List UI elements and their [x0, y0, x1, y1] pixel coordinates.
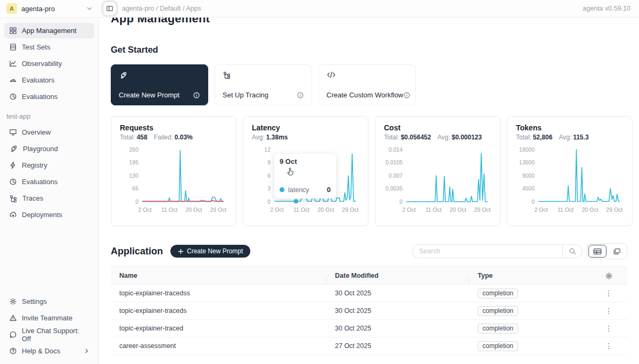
- get-started-title: Get Started: [111, 45, 627, 55]
- svg-text:0: 0: [399, 198, 403, 205]
- svg-text:29 Oct: 29 Oct: [342, 206, 358, 213]
- breadcrumb: agenta-pro / Default / Apps: [122, 5, 201, 12]
- search-input[interactable]: [412, 244, 562, 258]
- sidebar-item-overview[interactable]: Overview: [4, 125, 94, 140]
- sidebar-item-label: Playground: [23, 145, 58, 153]
- search-icon: [569, 247, 576, 255]
- requests-chart[interactable]: 0651301952602 Oct11 Oct20 Oct29 Oct: [120, 144, 227, 217]
- card-label: Create Custom Workflow: [326, 91, 403, 99]
- tokens-chart[interactable]: 04500900013500180002 Oct11 Oct20 Oct29 O…: [516, 144, 624, 217]
- svg-text:20 Oct: 20 Oct: [581, 206, 598, 213]
- column-header-date[interactable]: Date Modified: [326, 272, 469, 279]
- column-header-name[interactable]: Name: [111, 272, 326, 279]
- table-view-button[interactable]: [588, 245, 607, 258]
- workspace-avatar: A: [6, 3, 17, 14]
- app-name-cell: topic-explainer-traced: [111, 325, 326, 332]
- create-custom-workflow-card[interactable]: Create Custom Workflow: [318, 64, 416, 105]
- sidebar-item-label: Evaluations: [22, 178, 58, 186]
- view-switcher: [587, 243, 627, 259]
- requests-chart-card: Requests Total:458 Failed:0.03% 06513019…: [111, 116, 236, 226]
- tracing-tree-icon: [223, 71, 304, 79]
- top-bar: A agenta-pro agenta-pro / Default / Apps…: [0, 0, 639, 18]
- create-new-prompt-button[interactable]: Create New Prompt: [170, 245, 250, 258]
- gear-icon: [9, 297, 17, 305]
- info-icon[interactable]: [193, 92, 200, 99]
- column-header-type[interactable]: Type: [469, 272, 590, 279]
- table-row[interactable]: topic-explainer-traced 30 Oct 2025 compl…: [111, 320, 627, 337]
- svg-text:20 Oct: 20 Oct: [449, 206, 466, 213]
- svg-text:6: 6: [267, 172, 271, 179]
- svg-text:3: 3: [267, 185, 271, 192]
- observability-icon: [9, 60, 17, 68]
- sidebar-collapse-button[interactable]: [103, 2, 117, 15]
- cost-chart-card: Cost Total:$0.056452 Avg:$0.000123 00.00…: [375, 116, 501, 226]
- legend-dot: [280, 187, 284, 192]
- sidebar-item-help-docs[interactable]: Help & Docs: [4, 343, 94, 359]
- metrics-charts: Requests Total:458 Failed:0.03% 06513019…: [111, 116, 627, 226]
- sidebar-item-evaluators[interactable]: Evaluators: [4, 72, 94, 88]
- table-settings-button[interactable]: [605, 272, 613, 280]
- evaluations-icon: [9, 93, 17, 101]
- chevron-down-icon: [86, 5, 93, 12]
- cost-chart[interactable]: 00.00350.0070.01050.0142 Oct11 Oct20 Oct…: [384, 144, 491, 217]
- workspace-selector[interactable]: A agenta-pro: [0, 3, 99, 14]
- sidebar-item-live-chat-support-off[interactable]: Live Chat Support: Off: [4, 327, 94, 342]
- sidebar-item-label: Invite Teammate: [22, 314, 72, 322]
- sidebar-item-playground[interactable]: Playground: [4, 141, 94, 156]
- search-box: [412, 244, 583, 258]
- sidebar-item-app-management[interactable]: App Management: [4, 23, 94, 38]
- svg-text:2 Oct: 2 Oct: [271, 206, 284, 213]
- svg-text:11 Oct: 11 Oct: [558, 206, 574, 213]
- row-actions-button[interactable]: ⋮: [602, 305, 616, 317]
- chevron-right-icon: [84, 348, 89, 354]
- sidebar-item-evaluations[interactable]: Evaluations: [4, 89, 94, 104]
- svg-text:0: 0: [267, 198, 271, 205]
- app-name-cell: topic-explainer-traceds: [111, 307, 326, 315]
- chat-icon: [9, 330, 17, 338]
- row-actions-button[interactable]: ⋮: [602, 287, 616, 299]
- table-row[interactable]: topic-explainer-traceds 30 Oct 2025 comp…: [111, 302, 627, 320]
- info-icon[interactable]: [297, 92, 304, 99]
- chart-stats: Total:52,806 Avg:115.3: [516, 134, 624, 141]
- sidebar-item-observability[interactable]: Observability: [4, 56, 94, 71]
- sidebar-item-traces[interactable]: Traces: [4, 191, 94, 206]
- sidebar-item-label: Help & Docs: [22, 347, 60, 355]
- table-row[interactable]: career-assessment 27 Oct 2025 completion…: [111, 337, 627, 355]
- info-icon[interactable]: [403, 92, 411, 99]
- svg-text:0: 0: [531, 198, 535, 205]
- sidebar-item-label: Settings: [22, 297, 47, 305]
- card-view-button[interactable]: [608, 245, 626, 258]
- app-section-label: test-app: [6, 113, 92, 120]
- tooltip-value: 0: [327, 186, 331, 194]
- chart-title: Cost: [384, 123, 491, 132]
- cursor-hand-icon: [286, 167, 295, 177]
- sidebar-item-settings[interactable]: Settings: [4, 294, 94, 309]
- create-new-prompt-card[interactable]: Create New Prompt: [111, 64, 208, 105]
- sidebar-item-test-sets[interactable]: Test Sets: [4, 39, 94, 55]
- set-up-tracing-card[interactable]: Set Up Tracing: [215, 64, 312, 105]
- type-badge: completion: [478, 288, 518, 299]
- sidebar-item-registry[interactable]: Registry: [4, 158, 94, 173]
- latency-chart-card: Latency Avg:1.38ms 0369122 Oct11 Oct20 O…: [243, 116, 368, 226]
- evaluations-icon: [9, 178, 17, 186]
- type-badge: completion: [478, 341, 518, 351]
- sidebar-item-deployments[interactable]: Deployments: [4, 207, 94, 222]
- card-view-icon: [613, 248, 621, 255]
- grid-icon: [9, 27, 17, 35]
- rocket-icon: [9, 144, 18, 153]
- table-row[interactable]: topic-explainer-tracedss 30 Oct 2025 com…: [111, 285, 627, 302]
- svg-text:29 Oct: 29 Oct: [474, 206, 490, 213]
- tokens-chart-card: Tokens Total:52,806 Avg:115.3 0450090001…: [507, 116, 633, 226]
- svg-text:0.014: 0.014: [389, 146, 403, 153]
- sidebar-item-evaluations[interactable]: Evaluations: [4, 174, 94, 189]
- search-button[interactable]: [562, 244, 583, 258]
- row-actions-button[interactable]: ⋮: [602, 322, 616, 334]
- sidebar-item-invite-teammate[interactable]: Invite Teammate: [4, 310, 94, 326]
- main-content: App Management Get Started Create New Pr…: [99, 0, 639, 355]
- sidebar-item-label: Evaluations: [22, 93, 58, 101]
- row-actions-button[interactable]: ⋮: [602, 340, 616, 352]
- tooltip-date: 9 Oct: [280, 158, 331, 166]
- rocket-icon: [119, 71, 200, 80]
- get-started-cards: Create New Prompt Set Up Tracing Create …: [111, 64, 627, 105]
- svg-text:0.0105: 0.0105: [386, 159, 403, 166]
